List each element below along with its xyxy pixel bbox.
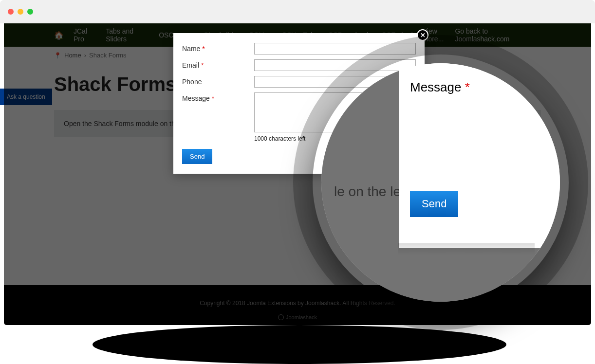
phone-label: Phone xyxy=(182,76,254,86)
magnified-background-text: le on the left xyxy=(334,184,409,200)
name-input[interactable] xyxy=(254,43,416,55)
name-label: Name * xyxy=(182,43,254,53)
drop-shadow xyxy=(93,325,506,364)
close-window-icon[interactable] xyxy=(8,9,14,15)
magnifier-lens: e le on the left Message * Send xyxy=(321,63,560,302)
traffic-lights xyxy=(8,9,33,15)
message-label: Message * xyxy=(182,92,254,102)
send-button[interactable]: Send xyxy=(182,149,212,164)
maximize-window-icon[interactable] xyxy=(27,9,33,15)
magnified-message-label: Message * xyxy=(410,80,470,95)
browser-chrome xyxy=(0,0,595,23)
close-button[interactable]: ✕ xyxy=(417,29,428,41)
email-label: Email * xyxy=(182,59,254,69)
minimize-window-icon[interactable] xyxy=(18,9,23,15)
close-icon: ✕ xyxy=(420,32,426,39)
magnified-send-button[interactable]: Send xyxy=(410,191,458,217)
